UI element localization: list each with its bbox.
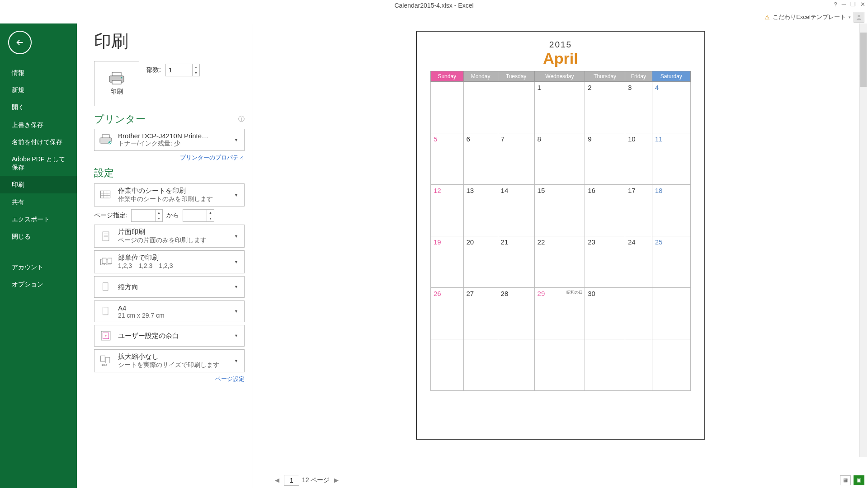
info-icon[interactable]: ⓘ [238,115,245,123]
page-range-label: ページ指定: [94,211,127,220]
pager: ◀ 12 ページ ▶ [273,475,340,486]
chevron-down-icon: ▼ [234,138,241,142]
sidebar-item[interactable]: 名前を付けて保存 [0,133,77,150]
page-to-input[interactable] [183,210,207,221]
calendar-cell [498,82,534,133]
calendar-cell [652,288,690,339]
calendar-cell: 9 [585,133,625,185]
calendar-cell: 12 [431,185,464,236]
calendar-cell: 29昭和の日 [534,288,585,339]
calendar-cell: 8 [534,133,585,185]
sidebar-item[interactable]: 印刷 [0,176,77,193]
sidebar-item[interactable]: 上書き保存 [0,116,77,133]
collate-select[interactable]: 部単位で印刷 1,2,3 1,2,3 1,2,3 ▼ [94,250,245,273]
close-icon[interactable]: ✕ [860,1,865,8]
copies-label: 部数: [146,66,161,74]
page-title: 印刷 [94,30,245,53]
show-margins-button[interactable]: ▦ [840,475,851,485]
svg-rect-20 [105,357,110,363]
warning-icon: ⚠ [764,14,770,21]
copies-down-icon[interactable]: ▼ [193,70,199,76]
chevron-down-icon: ▼ [234,359,241,363]
calendar-cell [498,339,534,391]
portrait-icon [98,279,113,295]
calendar-cell: 25 [652,236,690,288]
sidebar-item[interactable]: アカウント [0,258,77,276]
calendar-cell: 20 [463,236,498,288]
chevron-down-icon: ▼ [234,285,241,289]
svg-point-18 [105,335,106,336]
help-icon[interactable]: ? [834,1,837,8]
page-total: 12 ページ [302,476,330,484]
print-what-select[interactable]: 作業中のシートを印刷 作業中のシートのみを印刷します ▼ [94,183,245,206]
calendar-day-header: Saturday [652,71,690,82]
preview-scrollbar[interactable] [859,23,867,457]
page-input[interactable] [284,475,299,486]
orientation-select[interactable]: 縦方向 ▼ [94,276,245,298]
prev-page-icon[interactable]: ◀ [273,477,281,483]
printer-icon [98,132,113,148]
scaling-icon: 100 [98,353,113,369]
calendar-day-header: Tuesday [498,71,534,82]
calendar-cell: 14 [498,185,534,236]
page-to-stepper[interactable]: ▲▼ [183,209,214,222]
calendar-cell: 13 [463,185,498,236]
calendar-cell: 10 [625,133,652,185]
calendar-cell [431,82,464,133]
paper-size-select[interactable]: A4 21 cm x 29.7 cm ▼ [94,300,245,322]
calendar-cell: 15 [534,185,585,236]
svg-rect-9 [103,232,109,241]
copies-input[interactable] [166,64,192,76]
page-from-input[interactable] [132,210,155,221]
single-side-icon [98,229,113,244]
user-bar: ⚠ こだわりExcelテンプレート ▾ [0,11,868,23]
scaling-select[interactable]: 100 拡大縮小なし シートを実際のサイズで印刷します ▼ [94,349,245,372]
svg-rect-15 [103,307,108,315]
svg-rect-19 [101,356,105,361]
settings-section-title: 設定 [94,166,245,180]
calendar-cell: 19 [431,236,464,288]
svg-rect-8 [101,191,110,198]
sidebar-item[interactable]: 閉じる [0,228,77,245]
copies-stepper[interactable]: ▲▼ [165,64,200,76]
printer-select[interactable]: Brother DCP-J4210N Printe… トナー/インク残量: 少 … [94,129,245,151]
sidebar-item[interactable]: エクスポート [0,211,77,228]
sidebar-item[interactable]: 新規 [0,81,77,99]
sidebar-item[interactable]: 開く [0,99,77,116]
calendar-day-header: Monday [463,71,498,82]
copies-up-icon[interactable]: ▲ [193,64,199,70]
calendar-day-header: Sunday [431,71,464,82]
calendar-cell: 2 [585,82,625,133]
minimize-icon[interactable]: ─ [842,1,846,8]
restore-icon[interactable]: ❐ [850,1,856,8]
zoom-to-page-button[interactable]: ▣ [854,475,864,485]
print-settings-pane: 印刷 印刷 部数: ▲▼ プリンター ⓘ [77,23,253,488]
duplex-select[interactable]: 片面印刷 ページの片面のみを印刷します ▼ [94,225,245,248]
window-title: Calendar2015-4.xlsx - Excel [394,2,473,9]
page-from-stepper[interactable]: ▲▼ [131,209,163,222]
sidebar-item[interactable]: 情報 [0,64,77,81]
print-button[interactable]: 印刷 [94,61,139,106]
printer-section-title: プリンター [94,113,146,126]
calendar-cell: 6 [463,133,498,185]
calendar-cell: 22 [534,236,585,288]
avatar[interactable] [854,12,864,23]
page-setup-link[interactable]: ページ設定 [94,375,245,383]
calendar-cell: 21 [498,236,534,288]
sidebar-item[interactable]: 共有 [0,193,77,211]
margins-icon [98,328,113,343]
svg-rect-11 [102,258,106,263]
back-button[interactable] [8,31,32,54]
printer-properties-link[interactable]: プリンターのプロパティ [94,154,245,162]
user-dropdown-icon[interactable]: ▾ [849,15,851,19]
sidebar-item[interactable]: オプション [0,276,77,293]
calendar-table: SundayMondayTuesdayWednesdayThursdayFrid… [430,71,691,391]
calendar-cell: 11 [652,133,690,185]
next-page-icon[interactable]: ▶ [332,477,340,483]
margins-select[interactable]: ユーザー設定の余白 ▼ [94,325,245,347]
svg-rect-6 [102,135,109,138]
chevron-down-icon: ▼ [234,333,241,338]
sidebar-item[interactable]: Adobe PDF として保存 [0,150,77,176]
calendar-year: 2015 [421,40,700,50]
user-label[interactable]: こだわりExcelテンプレート [773,13,846,21]
